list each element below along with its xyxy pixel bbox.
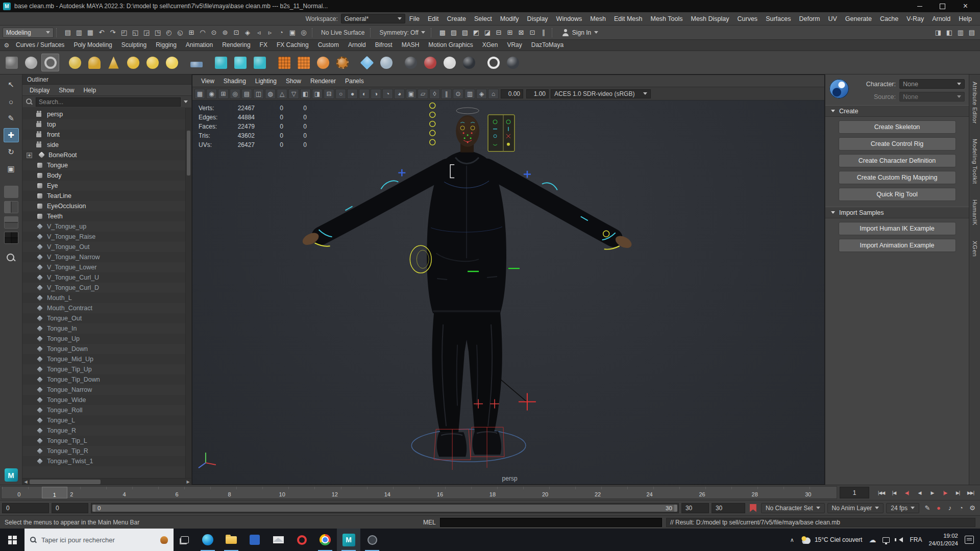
shelf-tool-icon[interactable] (358, 54, 376, 71)
layout-stacked-pane-icon[interactable] (4, 216, 18, 229)
character-model[interactable] (192, 101, 824, 484)
outliner-item[interactable]: Tongue_Up (22, 334, 191, 344)
menu-item[interactable]: Mesh Display (687, 12, 733, 25)
maximize-button[interactable] (931, 0, 954, 12)
outliner-item[interactable]: Tongue_Down (22, 344, 191, 354)
scroll-left-icon[interactable]: ◀ (22, 479, 29, 485)
outliner-item[interactable]: Tongue (22, 160, 191, 170)
playback-end-field[interactable]: 30 (681, 503, 709, 513)
layout-two-pane-icon[interactable] (4, 201, 18, 213)
viewport-gateview-icon[interactable]: ◍ (265, 89, 276, 99)
outliner-item[interactable]: Body (22, 170, 191, 181)
viewport-menu-item[interactable]: View (197, 78, 219, 85)
outliner-item[interactable]: BoneRoot (22, 150, 191, 160)
playblast-icon[interactable]: ✎ (922, 503, 933, 514)
outliner-item[interactable]: Tongue_In (22, 323, 191, 334)
start-button[interactable] (0, 529, 24, 551)
outliner-item[interactable]: TearLine (22, 191, 191, 201)
taskbar-app-photos[interactable] (243, 529, 266, 551)
viewport-menu-item[interactable]: Lighting (251, 78, 281, 85)
render-settings-icon[interactable]: ▧ (459, 27, 471, 38)
viewport-mask-icon[interactable]: ▤ (241, 89, 252, 99)
shelf-tab[interactable]: MASH (397, 40, 424, 51)
shelf-tool-icon[interactable] (275, 54, 293, 71)
outliner-item[interactable]: V_Tongue_Out (22, 242, 191, 252)
output-connections-icon[interactable]: ▹ (264, 27, 276, 38)
outliner-item[interactable]: Tongue_Twist_1 (22, 456, 191, 466)
shelf-tab[interactable]: Bifrost (371, 40, 397, 51)
command-result[interactable]: // Result: D:/model tp sell/current/7/v5… (666, 518, 975, 527)
viewport-plane-icon[interactable]: ▥ (464, 89, 475, 99)
paint-select-tool-icon[interactable]: ✎ (4, 111, 19, 126)
outliner-title[interactable]: Outliner (22, 74, 191, 85)
viewport-wireframe-icon[interactable]: △ (277, 89, 287, 99)
source-select[interactable]: None (899, 92, 965, 102)
hidden-icons-chevron[interactable]: ∧ (790, 537, 794, 543)
menu-item[interactable]: Mesh (586, 12, 610, 25)
shelf-tool-icon[interactable] (440, 54, 458, 71)
outliner-item[interactable]: V_Tongue_Curl_D (22, 283, 191, 293)
menu-item[interactable]: Generate (841, 12, 876, 25)
playback-start-field[interactable]: 0 (52, 503, 88, 513)
menu-item[interactable]: Windows (552, 12, 586, 25)
dock-tab[interactable]: Attribute Editor (972, 82, 978, 123)
shelf-gear-icon[interactable]: ⚙ (2, 41, 11, 50)
move-tool-icon[interactable]: ✚ (4, 128, 19, 142)
shelf-tab[interactable]: VRay (502, 40, 526, 51)
scroll-right-icon[interactable]: ▶ (185, 479, 191, 485)
outliner-menu-item[interactable]: Help (79, 87, 101, 94)
playback-speed-icon[interactable]: ◔ (955, 503, 967, 514)
create-section-header[interactable]: Create (825, 105, 969, 117)
select-object-icon[interactable]: ◱ (130, 27, 141, 38)
shelf-tab[interactable]: XGen (478, 40, 503, 51)
light-editor-icon[interactable]: ◪ (482, 27, 493, 38)
shelf-tab[interactable]: Motion Graphics (424, 40, 477, 51)
outliner-item[interactable]: persp (22, 109, 191, 119)
rotate-tool-icon[interactable]: ↻ (4, 145, 19, 159)
range-slider-bar[interactable]: 0 30 (92, 505, 677, 512)
highlight-selection-icon[interactable]: ◎ (298, 27, 309, 38)
outliner-item[interactable]: V_Tongue_Curl_U (22, 272, 191, 283)
outliner-item[interactable]: V_Tongue_up (22, 221, 191, 232)
shelf-tool-icon[interactable] (124, 54, 142, 71)
menu-item[interactable]: Mesh Tools (647, 12, 687, 25)
open-scene-icon[interactable]: ▥ (74, 27, 85, 38)
outliner-item[interactable]: Mouth_L (22, 293, 191, 303)
weather-widget[interactable]: 15°C Ciel couvert (801, 536, 863, 544)
outliner-item[interactable]: EyeOcclusion (22, 201, 191, 211)
viewport-renderer-icon[interactable]: ▣ (287, 27, 298, 38)
menu-item[interactable]: Edit (424, 12, 443, 25)
clock[interactable]: 19:02 24/01/2024 (928, 532, 958, 547)
shelf-tab[interactable]: Rigging (151, 40, 181, 51)
snap-to-curve-icon[interactable]: ◠ (197, 27, 208, 38)
snap-to-projected-center-icon[interactable]: ⊚ (219, 27, 231, 38)
shelf-tool-icon[interactable] (3, 54, 20, 71)
ipr-render-icon[interactable]: ▨ (448, 27, 459, 38)
taskbar-app-recorder[interactable] (360, 529, 384, 551)
outliner-item[interactable]: Tongue_L (22, 415, 191, 425)
outliner-item[interactable]: side (22, 140, 191, 150)
outliner-menu-item[interactable]: Display (25, 87, 54, 94)
shelf-tool-icon[interactable] (377, 54, 395, 71)
viewport-menu-item[interactable]: Renderer (306, 78, 340, 85)
humanik-create-button[interactable]: Create Character Definition (839, 154, 956, 167)
mute-audio-icon[interactable]: ♪ (944, 503, 955, 514)
shelf-tool-icon[interactable] (460, 54, 478, 71)
shelf-tab[interactable]: Sculpting (117, 40, 151, 51)
shelf-tool-icon[interactable] (212, 54, 230, 71)
dock-tab[interactable]: XGen (972, 241, 978, 257)
shelf-tool-icon[interactable] (105, 54, 122, 71)
outliner-item[interactable]: Mouth_Contract (22, 303, 191, 313)
volume-icon[interactable] (896, 537, 903, 542)
outliner-item[interactable]: Tongue_Mid_Up (22, 354, 191, 364)
shelf-tool-icon[interactable] (314, 54, 332, 71)
outliner-item[interactable]: Tongue_Wide (22, 395, 191, 405)
taskbar-search[interactable]: Taper ici pour rechercher (24, 529, 174, 551)
time-slider-track[interactable]: 1 024681012141618202224262830 (1, 486, 837, 499)
new-scene-icon[interactable]: ▤ (62, 27, 74, 38)
viewport-xray-icon[interactable]: ▣ (406, 89, 416, 99)
humanik-import-button[interactable]: Import Animation Example (839, 239, 956, 252)
viewport-camera-icon[interactable]: ▦ (194, 89, 205, 99)
shelf-tab[interactable]: Curves / Surfaces (11, 40, 69, 51)
viewport-menu-item[interactable]: Panels (340, 78, 369, 85)
